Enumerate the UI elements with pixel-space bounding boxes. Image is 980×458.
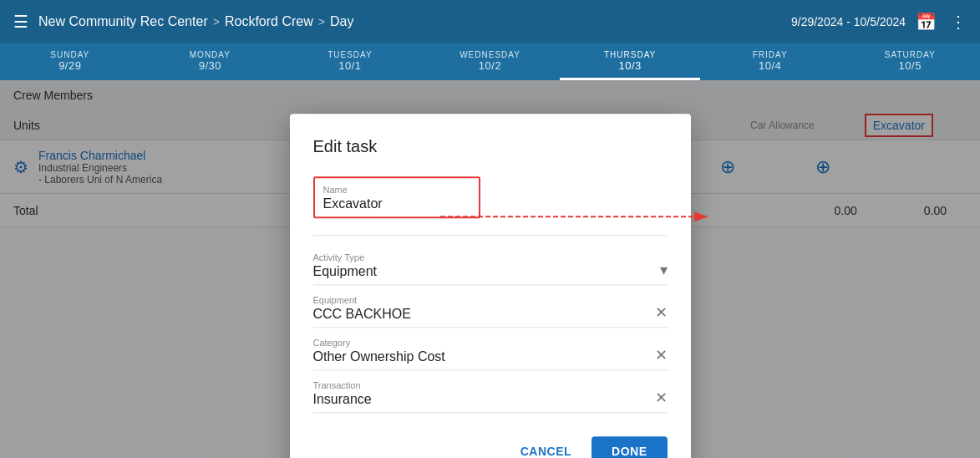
equipment-clear-icon[interactable]: ✕ <box>655 303 668 322</box>
modal-actions: CANCEL DONE <box>313 430 668 458</box>
day-sunday-num: 9/29 <box>58 59 81 72</box>
day-saturday-num: 10/5 <box>899 59 922 72</box>
project-name[interactable]: New Community Rec Center <box>38 14 208 29</box>
day-wednesday[interactable]: WEDNESDAY 10/2 <box>420 43 561 80</box>
view-name[interactable]: Day <box>330 14 353 29</box>
day-tuesday[interactable]: TUESDAY 10/1 <box>280 43 420 80</box>
breadcrumb-sep-2: > <box>318 15 325 28</box>
modal-title: Edit task <box>313 137 668 156</box>
name-label: Name <box>323 185 470 195</box>
day-monday-label: MONDAY <box>190 50 231 59</box>
category-clear-icon[interactable]: ✕ <box>655 346 668 364</box>
cancel-button[interactable]: CANCEL <box>507 436 585 458</box>
category-field: Category Other Ownership Cost ✕ <box>313 331 668 370</box>
day-strip: SUNDAY 9/29 MONDAY 9/30 TUESDAY 10/1 WED… <box>0 43 980 80</box>
name-value: Excavator <box>323 196 383 211</box>
header-title: New Community Rec Center > Rockford Crew… <box>38 14 781 29</box>
day-saturday-label: SATURDAY <box>885 50 936 59</box>
day-thursday-num: 10/3 <box>618 59 641 72</box>
equipment-value: CCC BACKHOE <box>313 307 411 321</box>
name-field-box[interactable]: Name Excavator <box>313 176 480 218</box>
activity-type-label: Activity Type <box>313 252 660 262</box>
day-monday-num: 9/30 <box>199 59 221 72</box>
activity-type-value: Equipment <box>313 264 378 278</box>
day-wednesday-label: WEDNESDAY <box>460 50 520 59</box>
day-thursday-label: THURSDAY <box>604 50 656 59</box>
day-tuesday-num: 10/1 <box>338 59 361 72</box>
transaction-label: Transaction <box>313 380 655 390</box>
activity-type-field: Activity Type Equipment ▾ <box>313 246 668 285</box>
day-wednesday-num: 10/2 <box>479 59 501 72</box>
day-thursday[interactable]: THURSDAY 10/3 <box>560 43 700 80</box>
modal-divider <box>313 235 668 236</box>
category-label: Category <box>313 338 655 348</box>
day-sunday-label: SUNDAY <box>50 50 89 59</box>
day-friday-num: 10/4 <box>759 59 781 72</box>
calendar-icon[interactable]: 📅 <box>916 12 937 32</box>
day-monday[interactable]: MONDAY 9/30 <box>140 43 281 80</box>
crew-name[interactable]: Rockford Crew <box>225 14 313 29</box>
transaction-clear-icon[interactable]: ✕ <box>655 389 668 407</box>
dropdown-icon[interactable]: ▾ <box>660 261 668 279</box>
equipment-field: Equipment CCC BACKHOE ✕ <box>313 288 668 328</box>
transaction-field: Transaction Insurance ✕ <box>313 374 668 413</box>
edit-task-modal: Edit task Name Excavator Activity Type E… <box>290 114 691 458</box>
category-value: Other Ownership Cost <box>313 349 445 364</box>
more-icon[interactable]: ⋮ <box>950 12 967 32</box>
done-button[interactable]: DONE <box>592 436 667 458</box>
day-friday[interactable]: FRIDAY 10/4 <box>700 43 840 80</box>
menu-icon[interactable]: ☰ <box>13 12 28 32</box>
day-tuesday-label: TUESDAY <box>328 50 373 59</box>
main-area: Crew Members Units Car Allowance Excavat… <box>0 80 980 458</box>
breadcrumb-sep-1: > <box>213 15 220 28</box>
app-header: ☰ New Community Rec Center > Rockford Cr… <box>0 0 980 43</box>
day-friday-label: FRIDAY <box>753 50 788 59</box>
equipment-label: Equipment <box>313 295 655 305</box>
day-saturday[interactable]: SATURDAY 10/5 <box>840 43 980 80</box>
day-sunday[interactable]: SUNDAY 9/29 <box>0 43 140 80</box>
transaction-value: Insurance <box>313 392 372 406</box>
date-range: 9/29/2024 - 10/5/2024 <box>791 15 906 28</box>
